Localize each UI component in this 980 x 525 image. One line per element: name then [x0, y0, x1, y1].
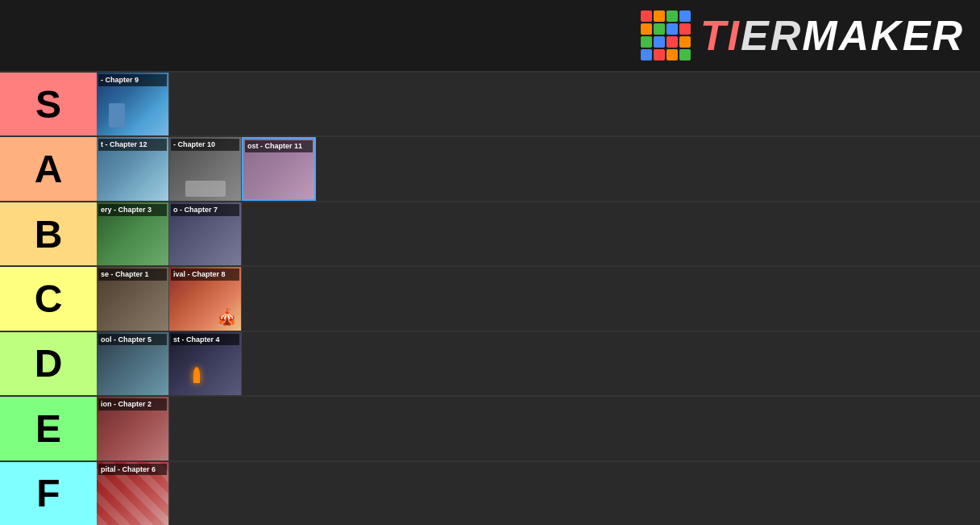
logo-cell	[666, 10, 678, 22]
thumbnail-ch12: t - Chapter 12	[97, 137, 168, 200]
logo-cell	[641, 36, 652, 48]
tier-row-e: E ion - Chapter 2	[0, 397, 980, 461]
thumbnail-ch7: o - Chapter 7	[169, 202, 241, 265]
logo: TiERMAKER	[641, 10, 964, 60]
list-item[interactable]: ival - Chapter 8	[169, 267, 242, 330]
tier-row-c: C se - Chapter 1 ival - Chapter 8	[0, 267, 980, 331]
tier-items-c: se - Chapter 1 ival - Chapter 8	[97, 267, 980, 330]
item-label: ion - Chapter 2	[98, 398, 167, 410]
logo-cell	[666, 49, 678, 60]
thumbnail-ch11: ost - Chapter 11	[243, 139, 314, 198]
tier-items-d: ool - Chapter 5 st - Chapter 4	[97, 332, 980, 395]
list-item[interactable]: pital - Chapter 6	[97, 462, 169, 525]
logo-cell	[654, 49, 665, 60]
item-label: - Chapter 9	[98, 74, 167, 86]
tier-label-b: B	[0, 202, 97, 265]
thumbnail-ch3: ery - Chapter 3	[97, 202, 168, 265]
logo-maker: MAKER	[802, 12, 964, 59]
logo-tier: Ti	[700, 12, 741, 59]
list-item[interactable]: se - Chapter 1	[97, 267, 169, 330]
logo-cell	[641, 49, 652, 60]
logo-text: TiERMAKER	[700, 11, 964, 60]
thumbnail-ch2: ion - Chapter 2	[97, 397, 168, 460]
list-item[interactable]: t - Chapter 12	[97, 137, 169, 200]
item-label: t - Chapter 12	[98, 139, 167, 151]
logo-cell	[654, 10, 665, 22]
item-label: se - Chapter 1	[98, 269, 167, 281]
logo-cell	[641, 23, 652, 35]
list-item[interactable]: ool - Chapter 5	[97, 332, 169, 395]
header: TiERMAKER	[0, 0, 980, 73]
thumbnail-ch5: ool - Chapter 5	[97, 332, 168, 395]
list-item[interactable]: - Chapter 9	[97, 73, 169, 135]
list-item[interactable]: o - Chapter 7	[169, 202, 242, 265]
tier-items-e: ion - Chapter 2	[97, 397, 980, 460]
tier-label-d: D	[0, 332, 97, 395]
logo-cell	[666, 23, 678, 35]
thumbnail-ch9: - Chapter 9	[97, 73, 168, 135]
tier-row-d: D ool - Chapter 5 st - Chapter 4	[0, 332, 980, 397]
logo-cell	[679, 36, 691, 48]
tier-items-a: t - Chapter 12 - Chapter 10 ost - Chapte…	[97, 137, 980, 200]
item-label: ery - Chapter 3	[98, 204, 167, 216]
list-item[interactable]: st - Chapter 4	[169, 332, 242, 395]
tier-items-f: pital - Chapter 6	[97, 462, 980, 525]
logo-cell	[654, 36, 665, 48]
tier-items-s: - Chapter 9	[97, 73, 980, 135]
list-item[interactable]: ion - Chapter 2	[97, 397, 169, 460]
item-label: ool - Chapter 5	[98, 334, 167, 346]
tier-row-s: S - Chapter 9	[0, 73, 980, 137]
thumbnail-ch10: - Chapter 10	[169, 137, 241, 200]
tier-label-s: S	[0, 73, 97, 135]
logo-cell	[679, 49, 691, 60]
thumbnail-ch6: pital - Chapter 6	[97, 462, 168, 525]
tier-label-e: E	[0, 397, 97, 460]
tier-items-b: ery - Chapter 3 o - Chapter 7	[97, 202, 980, 265]
item-label: ost - Chapter 11	[245, 140, 313, 152]
list-item[interactable]: ery - Chapter 3	[97, 202, 169, 265]
logo-cell	[641, 10, 652, 22]
tier-label-c: C	[0, 267, 97, 330]
logo-cell	[666, 36, 678, 48]
item-label: - Chapter 10	[171, 139, 239, 151]
tier-row-f: F pital - Chapter 6	[0, 462, 980, 525]
list-item[interactable]: - Chapter 10	[169, 137, 242, 200]
tier-label-a: A	[0, 137, 97, 200]
item-label: ival - Chapter 8	[171, 269, 239, 281]
tier-row-b: B ery - Chapter 3 o - Chapter 7	[0, 202, 980, 267]
tiermaker-app: TiERMAKER S - Chapter 9 A	[0, 0, 980, 525]
thumbnail-ch4: st - Chapter 4	[169, 332, 241, 395]
item-label: o - Chapter 7	[171, 204, 239, 216]
item-label: pital - Chapter 6	[98, 464, 167, 476]
tier-row-a: A t - Chapter 12 - Chapter 10 ost - Chap…	[0, 137, 980, 202]
item-label: st - Chapter 4	[171, 334, 239, 346]
thumbnail-ch8: ival - Chapter 8	[169, 267, 241, 330]
logo-cell	[679, 10, 691, 22]
tier-label-f: F	[0, 462, 97, 525]
logo-cell	[679, 23, 691, 35]
thumbnail-ch1: se - Chapter 1	[97, 267, 168, 330]
logo-er: ER	[741, 12, 802, 59]
tiers-container: S - Chapter 9 A t - Chapter 12	[0, 73, 980, 525]
list-item[interactable]: ost - Chapter 11	[242, 137, 316, 200]
logo-cell	[654, 23, 665, 35]
logo-grid-icon	[641, 10, 691, 60]
